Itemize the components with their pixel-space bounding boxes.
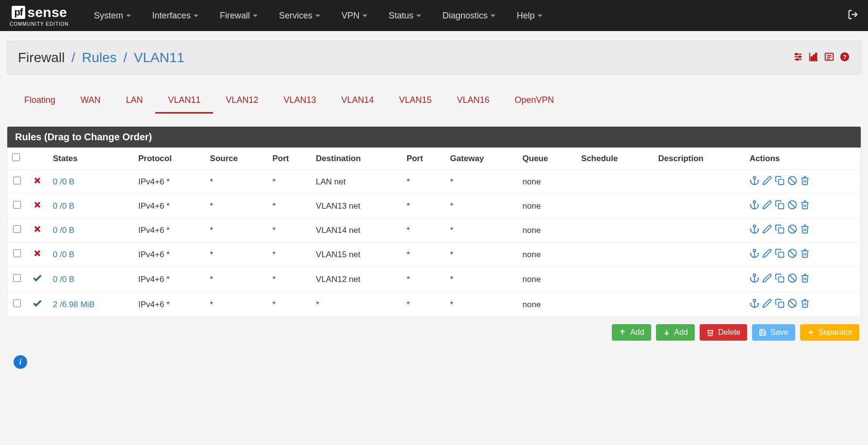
states-link[interactable]: 0 /0 B <box>53 250 74 259</box>
trash-icon[interactable] <box>800 273 810 285</box>
nav-item-diagnostics[interactable]: Diagnostics <box>432 0 506 31</box>
nav-menu: SystemInterfacesFirewallServicesVPNStatu… <box>83 0 553 31</box>
svg-line-42 <box>789 226 795 232</box>
svg-line-33 <box>789 202 795 208</box>
states-link[interactable]: 0 /0 B <box>53 226 74 235</box>
cell-gateway: * <box>445 194 518 218</box>
anchor-icon[interactable] <box>750 224 759 236</box>
disable-icon[interactable] <box>787 224 797 236</box>
breadcrumb-rules[interactable]: Rules <box>82 50 117 65</box>
nav-item-status[interactable]: Status <box>378 0 432 31</box>
disable-icon[interactable] <box>787 273 797 285</box>
trash-icon[interactable] <box>800 200 810 212</box>
table-row[interactable]: 0 /0 BIPv4+6 ***LAN net**none <box>7 170 861 194</box>
edit-icon[interactable] <box>762 248 772 261</box>
row-checkbox[interactable] <box>13 249 21 257</box>
disable-icon[interactable] <box>787 248 797 261</box>
nav-item-interfaces[interactable]: Interfaces <box>142 0 209 31</box>
logout-icon[interactable] <box>848 9 858 22</box>
anchor-icon[interactable] <box>750 176 759 188</box>
edit-icon[interactable] <box>762 176 772 188</box>
row-checkbox[interactable] <box>13 299 21 307</box>
help-icon[interactable]: ? <box>839 51 850 64</box>
anchor-icon[interactable] <box>750 200 759 212</box>
copy-icon[interactable] <box>775 273 785 285</box>
tab-vlan15[interactable]: VLAN15 <box>387 88 444 114</box>
nav-item-vpn[interactable]: VPN <box>331 0 378 31</box>
add-bottom-button[interactable]: Add <box>656 324 695 341</box>
svg-point-38 <box>753 225 755 228</box>
row-checkbox[interactable] <box>13 201 21 209</box>
disable-icon[interactable] <box>787 176 797 188</box>
disable-icon[interactable] <box>787 200 797 212</box>
tab-vlan14[interactable]: VLAN14 <box>329 88 387 114</box>
anchor-icon[interactable] <box>750 248 759 261</box>
edit-icon[interactable] <box>762 200 772 212</box>
anchor-icon[interactable] <box>750 273 759 285</box>
info-icon[interactable]: i <box>14 355 27 369</box>
svg-point-4 <box>796 53 798 55</box>
table-row[interactable]: 0 /0 BIPv4+6 ***VLAN14 net**none <box>7 218 861 243</box>
copy-icon[interactable] <box>775 176 785 188</box>
copy-icon[interactable] <box>775 200 785 212</box>
page-header: Firewall / Rules / VLAN11 ? <box>7 41 861 75</box>
cell-source: * <box>205 194 268 218</box>
trash-icon[interactable] <box>800 248 810 261</box>
svg-line-51 <box>789 250 795 256</box>
edit-icon[interactable] <box>762 224 772 236</box>
states-link[interactable]: 0 /0 B <box>53 177 74 186</box>
nav-item-services[interactable]: Services <box>268 0 331 31</box>
add-top-button[interactable]: Add <box>612 324 651 341</box>
states-link[interactable]: 0 /0 B <box>53 275 74 284</box>
chart-icon[interactable] <box>808 51 819 64</box>
tab-lan[interactable]: LAN <box>113 88 155 114</box>
table-row[interactable]: 0 /0 BIPv4+6 ***VLAN15 net**none <box>7 243 861 267</box>
tab-floating[interactable]: Floating <box>12 88 68 114</box>
anchor-icon[interactable] <box>750 298 759 311</box>
nav-item-firewall[interactable]: Firewall <box>209 0 268 31</box>
caret-down-icon <box>538 15 542 17</box>
settings-icon[interactable] <box>793 51 803 64</box>
row-checkbox[interactable] <box>13 177 21 184</box>
copy-icon[interactable] <box>775 298 785 311</box>
svg-rect-40 <box>778 228 784 233</box>
select-all-checkbox[interactable] <box>12 153 20 161</box>
save-button[interactable]: Save <box>752 324 795 341</box>
states-link[interactable]: 2 /6.98 MiB <box>53 300 95 309</box>
separator-button[interactable]: Separator <box>800 324 859 341</box>
table-row[interactable]: 2 /6.98 MiBIPv4+6 ******none <box>7 292 861 317</box>
edit-icon[interactable] <box>762 273 772 285</box>
row-checkbox[interactable] <box>13 225 21 233</box>
tab-vlan11[interactable]: VLAN11 <box>155 88 213 114</box>
copy-icon[interactable] <box>775 248 785 261</box>
trash-icon[interactable] <box>800 298 810 311</box>
cell-protocol: IPv4+6 * <box>133 292 205 317</box>
tab-openvpn[interactable]: OpenVPN <box>502 88 567 114</box>
tab-vlan12[interactable]: VLAN12 <box>213 88 271 114</box>
table-row[interactable]: 0 /0 BIPv4+6 ***VLAN12 net**none <box>7 267 861 292</box>
breadcrumb-vlan[interactable]: VLAN11 <box>134 50 184 65</box>
disable-icon[interactable] <box>787 298 797 311</box>
caret-down-icon <box>362 15 367 17</box>
tab-vlan13[interactable]: VLAN13 <box>271 88 328 114</box>
cell-description <box>653 218 744 243</box>
nav-item-system[interactable]: System <box>83 0 142 31</box>
row-checkbox[interactable] <box>13 274 21 282</box>
logo[interactable]: pf sense COMMUNITY EDITION <box>10 5 69 27</box>
tab-wan[interactable]: WAN <box>68 88 113 114</box>
log-icon[interactable] <box>824 51 835 64</box>
cell-dest: LAN net <box>311 170 402 194</box>
trash-icon[interactable] <box>800 224 810 236</box>
delete-button[interactable]: Delete <box>700 324 747 341</box>
edit-icon[interactable] <box>762 298 772 311</box>
col-header: Gateway <box>445 148 518 170</box>
nav-item-help[interactable]: Help <box>506 0 553 31</box>
svg-rect-22 <box>778 180 784 185</box>
cell-sport: * <box>267 292 311 317</box>
table-row[interactable]: 0 /0 BIPv4+6 ***VLAN13 net**none <box>7 194 861 218</box>
states-link[interactable]: 0 /0 B <box>53 201 74 211</box>
copy-icon[interactable] <box>775 224 785 236</box>
cell-description <box>653 170 744 194</box>
tab-vlan16[interactable]: VLAN16 <box>444 88 502 114</box>
trash-icon[interactable] <box>800 176 810 188</box>
